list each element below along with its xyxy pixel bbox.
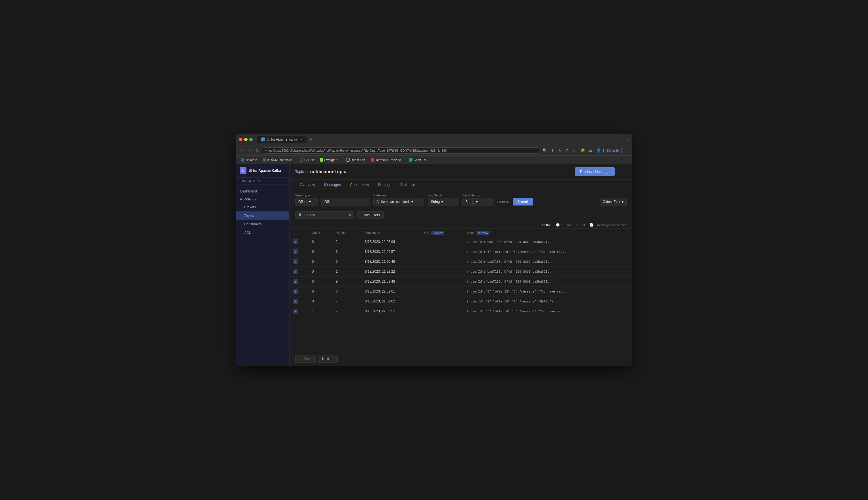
messages-table: Offset Partition Timestamp Key Preview V… — [290, 229, 632, 316]
sidebar-item-local[interactable]: local • ▲ — [236, 196, 289, 203]
col-value: Value Preview — [463, 229, 632, 237]
profile-icon[interactable]: 👤 — [595, 147, 602, 154]
minimize-button[interactable] — [244, 138, 247, 141]
new-tab-button[interactable]: + — [308, 137, 314, 143]
refresh-button[interactable]: ↻ — [254, 147, 260, 154]
bookmark-icon[interactable]: ★ — [557, 147, 563, 154]
row-offset: 0 — [309, 247, 333, 257]
seek-type-select[interactable]: Offset ▾ — [295, 198, 318, 205]
clear-search-icon[interactable]: ✕ — [348, 213, 351, 217]
expand-row-button[interactable]: + — [293, 299, 298, 304]
search-input[interactable] — [304, 213, 347, 217]
more-options-icon[interactable]: ⋮ — [623, 147, 629, 154]
tab-close-icon[interactable]: ✕ — [300, 138, 303, 141]
clear-all-button[interactable]: Clear all — [497, 199, 509, 205]
tab-title: UI for Apache Kafka — [267, 137, 297, 141]
maximize-button[interactable] — [249, 138, 253, 141]
expand-row-button[interactable]: + — [293, 289, 298, 294]
row-offset: 0 — [309, 277, 333, 286]
row-value: {"userId":"2","offerId":"1","message":"H… — [463, 296, 632, 306]
tab-bar: UI for Apache Kafka ✕ + — [257, 136, 624, 143]
sidebar-item-dashboard[interactable]: Dashboard — [236, 187, 289, 196]
update-button[interactable]: Güncelle — [603, 148, 622, 154]
row-offset: 1 — [309, 306, 333, 316]
col-expand — [290, 229, 309, 237]
bookmark-chatgpt[interactable]: ChatGPT — [407, 157, 429, 162]
pagination: ← Back Next → — [290, 351, 632, 366]
tab-statistics[interactable]: Statistics — [396, 180, 419, 190]
shield-icon[interactable]: 🛡 — [571, 147, 578, 154]
bookmark-react[interactable]: React App — [344, 157, 368, 162]
bookmark-github[interactable]: GitHub — [298, 157, 316, 162]
expand-row-button[interactable]: + — [293, 279, 298, 284]
tab-overview[interactable]: Overview — [295, 180, 320, 190]
sidebar-item-topics[interactable]: Topics — [236, 212, 289, 220]
tab-settings[interactable]: Settings — [373, 180, 396, 190]
tab-consumers[interactable]: Consumers — [345, 180, 373, 190]
row-key — [420, 296, 463, 306]
sidebar-toggle-icon[interactable]: ☰ — [588, 147, 594, 154]
kou-icon — [263, 158, 266, 161]
bookmark-linkedin[interactable]: LinkedIn — [239, 157, 259, 162]
value-serde-select[interactable]: String ▾ — [462, 198, 494, 205]
expand-row-button[interactable]: + — [293, 239, 298, 244]
col-offset: Offset — [309, 229, 333, 237]
expand-row-button[interactable]: + — [293, 249, 298, 254]
key-serde-select[interactable]: String ▾ — [428, 198, 459, 205]
forward-button[interactable]: → — [246, 147, 253, 154]
ordering-select[interactable]: Oldest First ▾ — [600, 198, 627, 205]
back-page-button[interactable]: ← Back — [295, 355, 315, 363]
produce-message-button[interactable]: Produce Message — [575, 167, 615, 176]
yetenekli-icon — [371, 158, 374, 161]
row-key — [420, 286, 463, 296]
partitions-select[interactable]: All items are selected. ▾ — [373, 198, 424, 205]
topics-breadcrumb-link[interactable]: Topics — [295, 170, 306, 174]
sidebar-item-acl[interactable]: ACL — [236, 228, 289, 237]
next-page-button[interactable]: Next → — [318, 355, 338, 363]
row-timestamp: 8/13/2023, 21:20:49 — [361, 257, 420, 267]
offset-input[interactable] — [321, 198, 370, 205]
linkedin-icon — [241, 158, 244, 161]
row-offset: 0 — [309, 286, 333, 296]
row-key — [420, 277, 463, 286]
url-bar[interactable]: ● localhost:9090/ui/clusters/local/all-t… — [262, 147, 540, 154]
acl-label: ACL — [244, 231, 251, 235]
search-icon[interactable]: 🔍 — [541, 147, 548, 154]
share-icon[interactable]: ⬆ — [549, 147, 556, 154]
bookmark-swagger[interactable]: Swagger UI — [317, 157, 343, 162]
topic-name-heading: notificationTopic — [310, 169, 346, 174]
row-offset: 0 — [309, 257, 333, 267]
extensions-icon[interactable]: ⚙ — [564, 147, 570, 154]
row-expand-cell: + — [290, 257, 309, 267]
row-timestamp: 8/13/2023, 21:22:22 — [361, 267, 420, 277]
table-row: + 0 1 8/13/2023, 21:22:22 {"userId":"bae… — [290, 267, 632, 277]
expand-row-button[interactable]: + — [293, 259, 298, 264]
row-partition: 9 — [332, 277, 361, 286]
add-filters-button[interactable]: + Add Filters — [357, 212, 384, 219]
cluster-status-dot — [240, 198, 242, 200]
submit-button[interactable]: Submit — [513, 198, 533, 205]
back-button[interactable]: ← — [239, 147, 245, 154]
more-options-button[interactable]: ⋮ — [617, 168, 627, 176]
table-row: + 0 2 8/13/2023, 22:06:06 {"userId":"bae… — [290, 237, 632, 247]
sidebar-item-consumers[interactable]: Consumers — [236, 220, 289, 228]
chevron-down-icon: ▾ — [622, 200, 624, 204]
table-row: + 0 6 8/13/2023, 22:02:01 {"userId":"3",… — [290, 286, 632, 296]
row-partition: 1 — [332, 267, 361, 277]
close-button[interactable] — [239, 138, 243, 141]
row-offset: 0 — [309, 237, 333, 247]
key-preview-badge: Preview — [431, 231, 444, 235]
title-bar: UI for Apache Kafka ✕ + ⌄ — [236, 134, 632, 145]
chevron-down-icon: ▾ — [476, 200, 478, 204]
tab-messages[interactable]: Messages — [320, 180, 345, 190]
bookmark-yetenekli[interactable]: Yetenekli Freelanc... — [369, 157, 406, 162]
puzzle-icon[interactable]: 🧩 — [579, 147, 587, 154]
github-icon — [300, 158, 303, 161]
row-value: {"userId":"3","offerId":"3","message":"Y… — [463, 247, 632, 257]
expand-row-button[interactable]: + — [293, 269, 298, 274]
row-timestamp: 8/13/2023, 21:09:02 — [361, 296, 420, 306]
sidebar-item-brokers[interactable]: Brokers — [236, 203, 289, 212]
bookmark-kou[interactable]: KOÜ-Mühendislik... — [261, 157, 297, 162]
expand-row-button[interactable]: + — [293, 309, 298, 314]
active-tab[interactable]: UI for Apache Kafka ✕ — [257, 136, 306, 143]
